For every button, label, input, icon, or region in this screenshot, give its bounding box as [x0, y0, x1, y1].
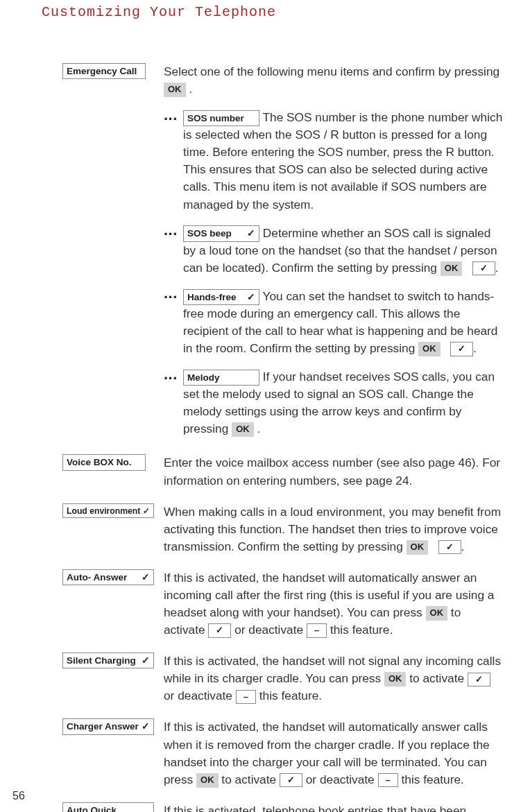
page-number: 56 — [12, 790, 25, 802]
section-charger-answer: Charger Answer ✓ If this is activated, t… — [62, 718, 504, 788]
check-icon: ✓ — [142, 655, 150, 667]
subitem-hands-free: ... Hands-free ✓ You can set the handset… — [164, 288, 504, 357]
label-melody: Melody — [183, 370, 259, 386]
check-key: ✓ — [280, 773, 302, 787]
section-auto-quick-hook: Auto.Quick Hook ✓ If this is activated, … — [62, 802, 504, 812]
ok-key: OK — [426, 606, 448, 621]
ok-key: OK — [384, 672, 407, 686]
auto-answer-text-c: or deactivate — [231, 623, 307, 637]
section-loud-environment: Loud environment ✓ When making calls in … — [62, 503, 504, 555]
ok-key: OK — [407, 540, 429, 555]
ok-key: OK — [164, 83, 186, 97]
section-voice-box: Voice BOX No. Enter the voice mailbox ac… — [62, 454, 504, 489]
ok-key: OK — [196, 773, 219, 788]
check-key: ✓ — [468, 673, 490, 686]
label-sos-beep-text: SOS beep — [187, 227, 232, 240]
silent-text-c: or deactivate — [164, 689, 236, 702]
subitem-melody: ... Melody If your handset receives SOS … — [164, 368, 504, 438]
section-auto-answer: Auto- Answer ✓ If this is activated, the… — [62, 569, 504, 639]
minus-key: – — [236, 690, 256, 704]
label-sos-number-text: SOS number — [187, 112, 244, 125]
menu-loud-environment: Loud environment ✓ — [62, 503, 154, 518]
page-title: Customizing Your Telephone — [0, 0, 530, 20]
label-hands-free-text: Hands-free — [187, 291, 237, 304]
label-melody-text: Melody — [187, 372, 220, 384]
silent-text-d: this feature. — [256, 689, 322, 702]
loud-env-text-b: . — [461, 539, 465, 553]
check-icon: ✓ — [142, 571, 150, 584]
charger-text-b: to activate — [219, 772, 280, 786]
menu-loud-environment-text: Loud environment — [67, 506, 140, 517]
label-hands-free: Hands-free ✓ — [183, 289, 259, 305]
check-key: ✓ — [438, 540, 461, 554]
melody-text-b: . — [254, 422, 261, 435]
menu-charger-answer-text: Charger Answer — [67, 720, 139, 733]
minus-key: – — [307, 623, 327, 637]
menu-auto-quick-hook: Auto.Quick Hook ✓ — [62, 802, 154, 812]
menu-silent-charging: Silent Charging ✓ — [62, 653, 154, 668]
emergency-intro-text: Select one of the following menu items a… — [164, 64, 499, 78]
auto-quick-hook-text: If this is activated, telephone book ent… — [164, 804, 497, 812]
label-sos-beep: SOS beep ✓ — [183, 225, 259, 241]
minus-key: – — [378, 773, 398, 787]
menu-auto-quick-hook-text: Auto.Quick Hook — [67, 804, 142, 812]
check-key: ✓ — [450, 342, 473, 356]
menu-silent-charging-text: Silent Charging — [67, 655, 136, 667]
ok-key: OK — [441, 261, 463, 276]
ok-key: OK — [232, 422, 254, 437]
check-icon: ✓ — [142, 720, 150, 733]
menu-auto-answer-text: Auto- Answer — [67, 571, 127, 584]
check-icon: ✓ — [143, 506, 150, 517]
section-emergency-call: Emergency Call Select one of the followi… — [62, 63, 504, 440]
check-key: ✓ — [208, 623, 231, 637]
check-icon: ✓ — [247, 227, 255, 240]
label-sos-number: SOS number — [183, 110, 259, 126]
emergency-intro: Select one of the following menu items a… — [164, 63, 504, 98]
menu-auto-answer: Auto- Answer ✓ — [62, 569, 154, 585]
section-silent-charging: Silent Charging ✓ If this is activated, … — [62, 653, 504, 705]
hands-free-text-b: . — [473, 341, 477, 355]
check-icon: ✓ — [247, 291, 255, 304]
sos-beep-text-b: . — [495, 261, 499, 275]
silent-text-b: to activate — [406, 671, 467, 685]
menu-charger-answer: Charger Answer ✓ — [62, 718, 154, 734]
emergency-intro-suffix: . — [189, 82, 192, 96]
menu-emergency-call: Emergency Call — [62, 63, 146, 79]
subitem-sos-beep: ... SOS beep ✓ Determine whether an SOS … — [164, 225, 504, 277]
charger-text-c: or deactivate — [302, 772, 378, 786]
subitem-sos-number: ... SOS number The SOS number is the pho… — [164, 109, 504, 213]
menu-voice-box: Voice BOX No. — [62, 454, 146, 470]
auto-answer-text-d: this feature. — [327, 623, 393, 637]
content-area: Emergency Call Select one of the followi… — [0, 20, 530, 812]
ok-key: OK — [418, 342, 441, 356]
charger-text-d: this feature. — [398, 772, 464, 786]
voice-box-text: Enter the voice mailbox access number (s… — [164, 456, 500, 487]
check-key: ✓ — [472, 261, 495, 275]
